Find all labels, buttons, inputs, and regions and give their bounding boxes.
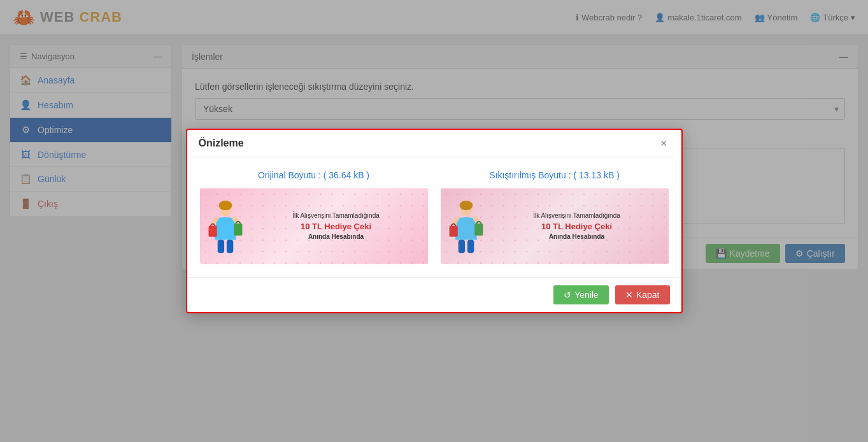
svg-rect-8 — [458, 239, 464, 253]
original-preview-col: Orijinal Boyutu : ( 36.64 kB ) — [200, 170, 428, 264]
modal-body: Orijinal Boyutu : ( 36.64 kB ) — [187, 157, 681, 277]
original-promo-image: İlk Alışverişini Tamamladığında 10 TL He… — [200, 189, 428, 264]
promo-line3-original: Anında Hesabında — [253, 233, 419, 240]
compressed-preview-col: Sıkıştırılmış Boyutu : ( 13.13 kB ) — [441, 170, 669, 264]
modal-close-button[interactable]: × — [658, 138, 670, 149]
svg-rect-5 — [234, 224, 242, 236]
promo-text-original: İlk Alışverişini Tamamladığında 10 TL He… — [251, 212, 422, 240]
svg-rect-10 — [449, 226, 457, 237]
compressed-promo-image: İlk Alışverişini Tamamladığında 10 TL He… — [441, 189, 669, 264]
promo-line1-compressed: İlk Alışverişini Tamamladığında — [494, 212, 660, 219]
svg-rect-3 — [226, 239, 232, 253]
compressed-image-box: İlk Alışverişini Tamamladığında 10 TL He… — [441, 188, 669, 264]
promo-text-compressed: İlk Alışverişini Tamamladığında 10 TL He… — [492, 212, 662, 240]
svg-rect-9 — [467, 239, 473, 253]
yenile-button[interactable]: ↺ Yenile — [553, 285, 609, 304]
original-image-box: İlk Alışverişini Tamamladığında 10 TL He… — [200, 188, 428, 264]
promo-person-original — [206, 197, 251, 255]
kapat-button[interactable]: ✕ Kapat — [615, 285, 670, 304]
svg-rect-4 — [208, 226, 217, 237]
modal-footer: ↺ Yenile ✕ Kapat — [187, 277, 681, 312]
yenile-label: Yenile — [574, 290, 599, 300]
promo-line3-compressed: Anında Hesabında — [494, 233, 660, 240]
svg-point-1 — [218, 201, 232, 210]
yenile-icon: ↺ — [564, 290, 571, 300]
modal-title: Önizleme — [199, 138, 244, 149]
promo-line2-original: 10 TL Hediye Çeki — [253, 222, 419, 231]
svg-rect-11 — [474, 224, 483, 236]
modal-header: Önizleme × — [187, 130, 681, 157]
preview-grid: Orijinal Boyutu : ( 36.64 kB ) — [200, 170, 669, 264]
original-size-label: Orijinal Boyutu : ( 36.64 kB ) — [258, 170, 369, 180]
svg-point-7 — [459, 201, 473, 210]
compressed-size-label: Sıkıştırılmış Boyutu : ( 13.13 kB ) — [489, 170, 620, 180]
kapat-label: Kapat — [636, 290, 660, 300]
preview-modal: Önizleme × Orijinal Boyutu : ( 36.64 kB … — [186, 129, 683, 313]
modal-overlay[interactable]: Önizleme × Orijinal Boyutu : ( 36.64 kB … — [0, 0, 868, 442]
promo-person-compressed — [447, 197, 492, 255]
promo-line2-compressed: 10 TL Hediye Çeki — [494, 222, 660, 231]
kapat-icon: ✕ — [625, 290, 633, 300]
promo-line1-original: İlk Alışverişini Tamamladığında — [253, 212, 419, 219]
svg-rect-2 — [217, 239, 224, 253]
